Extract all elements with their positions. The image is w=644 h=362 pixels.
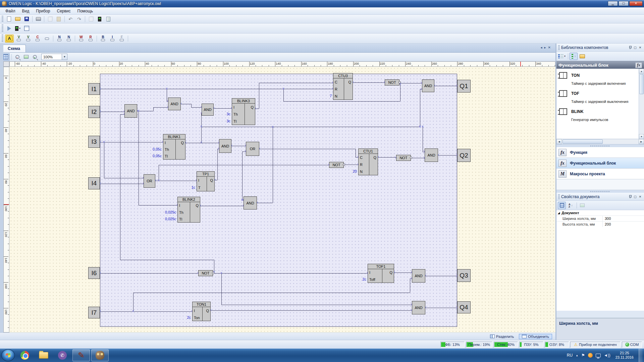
library-item-blink[interactable]: BLINKГенератор импульсов bbox=[556, 105, 644, 123]
zoom-dropdown-button[interactable]: ▼ bbox=[62, 54, 67, 60]
io-block-i2[interactable]: I2 bbox=[88, 106, 100, 118]
property-value[interactable]: 200 bbox=[603, 222, 644, 227]
toolbar-grip[interactable] bbox=[2, 24, 3, 32]
calculator-button[interactable] bbox=[22, 25, 31, 32]
block-ctu1[interactable]: CTU1CRNQ bbox=[358, 148, 378, 175]
taskbar-explorer[interactable] bbox=[35, 349, 52, 361]
block-blink2[interactable]: BLINK2IThTlQ bbox=[177, 197, 200, 223]
maximize-panel-button[interactable]: ▢ bbox=[633, 45, 638, 50]
menu-Сервис[interactable]: Сервис bbox=[53, 8, 74, 14]
maximize-button[interactable]: ▢ bbox=[619, 1, 629, 6]
scroll-right-arrow[interactable]: ▶ bbox=[639, 139, 644, 144]
block-and[interactable]: AND bbox=[412, 301, 425, 314]
menu-Вид[interactable]: Вид bbox=[19, 8, 33, 14]
block-and[interactable]: AND bbox=[219, 139, 231, 153]
insert-element-button-block4[interactable] bbox=[43, 35, 51, 43]
io-block-i1[interactable]: I1 bbox=[88, 83, 100, 95]
insert-element-button-V1[interactable]: V bbox=[14, 35, 23, 43]
panel-resize-handle[interactable] bbox=[556, 144, 644, 147]
library-horizontal-scrollbar[interactable]: ◀ ▶ bbox=[556, 139, 644, 144]
zoom-level-input[interactable]: 100% bbox=[41, 54, 62, 60]
categorized-view-button[interactable] bbox=[558, 202, 566, 209]
block-and[interactable]: AND bbox=[168, 98, 181, 110]
insert-element-button-I10[interactable]: I bbox=[108, 35, 117, 43]
print-button[interactable] bbox=[34, 15, 42, 23]
dropdown-arrow-icon[interactable]: ▾ bbox=[19, 27, 20, 30]
open-file-button[interactable] bbox=[14, 15, 22, 23]
insert-element-button-B9[interactable]: B bbox=[99, 35, 107, 43]
insert-element-button-N5[interactable]: N bbox=[55, 35, 64, 43]
zoom-out-button[interactable]: − bbox=[13, 53, 21, 61]
block-and[interactable]: AND bbox=[124, 104, 137, 118]
block-blink3[interactable]: BLINK3IThTlQ bbox=[232, 98, 255, 125]
taskbar-viber[interactable]: ✆ bbox=[54, 349, 71, 361]
io-block-q1[interactable]: Q1 bbox=[457, 80, 471, 93]
paste-button[interactable] bbox=[55, 15, 63, 23]
block-and[interactable]: AND bbox=[244, 196, 257, 209]
merge-view-button[interactable]: Объединить bbox=[519, 334, 552, 339]
insert-element-button-C3[interactable]: C bbox=[33, 35, 42, 43]
io-block-i6[interactable]: I6 bbox=[88, 267, 100, 279]
block-blink1[interactable]: BLINK1IThTlQ bbox=[163, 134, 185, 160]
library-group-header[interactable]: Функциональный блок fx bbox=[556, 61, 644, 69]
insert-element-button-F11[interactable]: F bbox=[117, 35, 126, 43]
action-center-icon[interactable]: ⚑ bbox=[581, 353, 585, 358]
insert-element-button-R8[interactable]: R bbox=[86, 35, 95, 43]
language-indicator[interactable]: RU bbox=[567, 353, 573, 358]
block-ton1[interactable]: TON1ITonQ bbox=[192, 302, 211, 321]
show-desktop-button[interactable] bbox=[639, 349, 643, 362]
block-or[interactable]: OR bbox=[246, 142, 259, 156]
block-and[interactable]: AND bbox=[425, 148, 438, 162]
split-view-button[interactable]: Разделить bbox=[487, 334, 517, 339]
library-folder-button[interactable] bbox=[578, 53, 586, 60]
scroll-left-arrow[interactable]: ◀ bbox=[556, 139, 562, 144]
sidebar-section-макросы-проекта[interactable]: MМакросы проекта bbox=[556, 169, 644, 179]
variables-table-button[interactable] bbox=[104, 15, 112, 23]
copy-button[interactable] bbox=[46, 15, 54, 23]
schema-canvas[interactable]: ××××××××××××××××××××××××××××××××××××××××… bbox=[9, 67, 555, 333]
block-not[interactable]: NOT bbox=[385, 79, 399, 85]
block-or[interactable]: OR bbox=[144, 174, 155, 188]
scroll-up-arrow[interactable]: ▲ bbox=[639, 69, 644, 74]
taskbar-owen-logic[interactable] bbox=[91, 349, 109, 361]
block-not[interactable]: NOT bbox=[329, 162, 344, 168]
toolbar-grip[interactable] bbox=[2, 16, 3, 22]
tray-clock[interactable]: 21:25 23.11.2016 bbox=[615, 351, 634, 360]
antivirus-icon[interactable] bbox=[588, 353, 593, 358]
menu-Файл[interactable]: Файл bbox=[2, 8, 19, 14]
library-item-tof[interactable]: TOFТаймер с задержкой выключения bbox=[556, 87, 644, 105]
property-value[interactable]: 300 bbox=[603, 216, 644, 221]
io-block-q3[interactable]: Q3 bbox=[457, 269, 471, 282]
redo-button[interactable]: ↷ bbox=[75, 15, 83, 23]
library-view-mode-button[interactable]: ▾ bbox=[558, 53, 566, 60]
tab-scroll-controls[interactable]: ◂▸✕ bbox=[541, 46, 553, 49]
close-panel-button[interactable]: ✕ bbox=[638, 45, 643, 50]
block-and[interactable]: AND bbox=[422, 79, 434, 92]
new-file-button[interactable] bbox=[5, 15, 13, 23]
block-tp1[interactable]: TP1ITQ bbox=[197, 171, 215, 191]
scrollbar-thumb[interactable] bbox=[562, 139, 603, 144]
property-pages-button[interactable] bbox=[578, 202, 586, 209]
zoom-fit-button[interactable] bbox=[22, 53, 30, 61]
library-panel-header[interactable]: Библиотека компонентов ▢ ✕ bbox=[556, 44, 644, 52]
io-block-i3[interactable]: I3 bbox=[88, 136, 100, 148]
alphabetical-sort-button[interactable]: AZ↓ bbox=[567, 202, 575, 209]
run-simulation-button[interactable] bbox=[5, 25, 13, 32]
volume-icon[interactable]: ◄)) bbox=[604, 353, 610, 358]
block-and[interactable]: AND bbox=[202, 104, 214, 116]
minimize-button[interactable]: ▁ bbox=[608, 1, 618, 6]
save-button[interactable] bbox=[22, 15, 31, 23]
block-not[interactable]: NOT bbox=[396, 155, 411, 161]
property-group-row[interactable]: ◢ Документ bbox=[556, 210, 644, 216]
start-button[interactable] bbox=[1, 349, 15, 361]
insert-element-button-N6[interactable]: N bbox=[64, 35, 73, 43]
io-block-i4[interactable]: I4 bbox=[88, 177, 100, 189]
io-block-q2[interactable]: Q2 bbox=[457, 149, 471, 162]
panel-resize-handle[interactable] bbox=[556, 190, 644, 193]
taskbar-editor[interactable]: ✎ bbox=[72, 349, 90, 361]
close-button[interactable]: ✕ bbox=[629, 1, 643, 6]
sidebar-section-функциональный-блок[interactable]: fxФункциональный блок bbox=[556, 158, 644, 169]
device-config-button[interactable] bbox=[96, 15, 104, 23]
upload-to-device-button[interactable]: ▾ bbox=[14, 25, 22, 32]
taskbar-chrome[interactable] bbox=[16, 349, 34, 361]
